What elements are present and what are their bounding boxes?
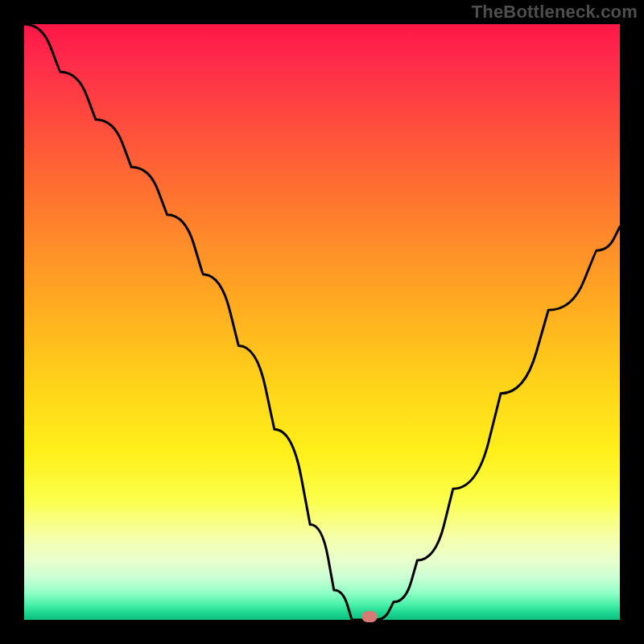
optimal-point-marker <box>362 611 378 622</box>
watermark-text: TheBottleneck.com <box>472 2 638 23</box>
plot-area <box>24 24 620 620</box>
bottleneck-curve <box>24 24 620 620</box>
chart-container: TheBottleneck.com <box>0 0 644 644</box>
curve-path <box>24 24 620 620</box>
